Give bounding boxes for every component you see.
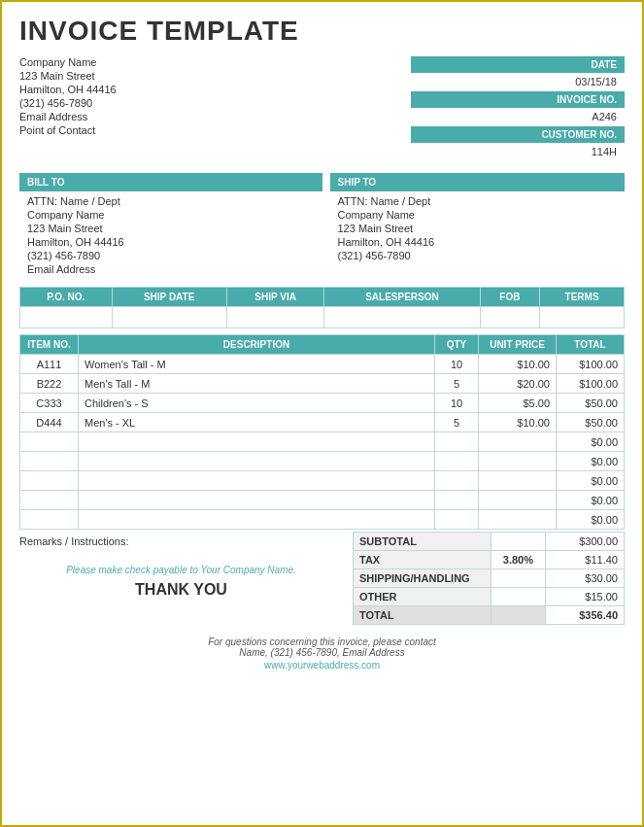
date-value: 03/15/18 (411, 74, 625, 91)
item-row: $0.00 (20, 510, 625, 530)
item-row: $0.00 (20, 432, 625, 452)
item-qty-cell (435, 491, 479, 510)
item-no-cell: B222 (20, 374, 79, 394)
item-row: $0.00 (20, 471, 625, 491)
bill-to-header: BILL TO (19, 173, 322, 191)
item-no-cell: C333 (20, 394, 79, 413)
fob-cell (480, 307, 540, 328)
item-unit-cell: $20.00 (479, 374, 557, 394)
item-qty-cell: 5 (435, 413, 479, 432)
subtotal-label: SUBTOTAL (354, 533, 491, 551)
ship-city: Hamilton, OH 44416 (338, 236, 618, 248)
po-no-header: P.O. NO. (20, 288, 113, 307)
item-unit-cell (479, 491, 557, 510)
ship-address: 123 Main Street (338, 223, 618, 234)
totals-col: SUBTOTAL $300.00 TAX 3.80% $11.40 SHIPPI… (353, 532, 625, 625)
item-no-cell (20, 452, 79, 471)
other-label: OTHER (354, 588, 491, 606)
item-desc-cell (79, 432, 435, 452)
bill-company: Company Name (27, 209, 315, 221)
item-no-cell (20, 432, 79, 452)
tax-value: $11.40 (545, 551, 624, 569)
company-email: Email Address (19, 111, 411, 122)
item-qty-cell (435, 452, 479, 471)
item-desc-cell (79, 452, 435, 471)
item-desc-cell: Men's Tall - M (79, 374, 435, 394)
item-qty-cell (435, 471, 479, 491)
bill-to-content: ATTN: Name / Dept Company Name 123 Main … (19, 191, 322, 281)
shipping-value: $30.00 (545, 569, 624, 588)
item-no-cell (20, 491, 79, 510)
item-total-cell: $50.00 (557, 394, 625, 413)
invoice-label: INVOICE NO. (411, 91, 625, 108)
footer-line2: Name, (321) 456-7890, Email Address (19, 647, 625, 658)
item-total-cell: $0.00 (557, 491, 625, 510)
po-no-cell (20, 307, 113, 328)
item-row: A111 Women's Tall - M 10 $10.00 $100.00 (20, 355, 625, 374)
ship-via-cell (226, 307, 324, 328)
company-address: 123 Main Street (19, 70, 411, 82)
item-unit-cell: $10.00 (479, 355, 557, 374)
item-qty-cell (435, 432, 479, 452)
item-qty-cell: 5 (435, 374, 479, 394)
footer-line1: For questions concerning this invoice, p… (19, 637, 625, 647)
ship-phone: (321) 456-7890 (338, 250, 618, 261)
item-total-cell: $0.00 (557, 432, 625, 452)
qty-header: QTY (435, 335, 479, 355)
salesperson-header: SALESPERSON (324, 288, 480, 307)
tax-label: TAX (354, 551, 491, 569)
subtotal-spacer (491, 533, 546, 551)
item-unit-cell (479, 452, 557, 471)
remarks-col: Remarks / Instructions: Please make chec… (19, 532, 353, 625)
item-no-header: ITEM NO. (20, 335, 79, 355)
total-row: TOTAL $356.40 (354, 606, 625, 625)
bill-city: Hamilton, OH 44416 (27, 236, 315, 248)
item-desc-cell (79, 491, 435, 510)
unit-price-header: UNIT PRICE (479, 335, 557, 355)
terms-header: TERMS (540, 288, 625, 307)
description-header: DESCRIPTION (79, 335, 435, 355)
bill-email: Email Address (27, 263, 315, 275)
item-desc-cell (79, 510, 435, 530)
ship-company: Company Name (338, 209, 618, 221)
item-total-cell: $0.00 (557, 452, 625, 471)
footer-website: www.yourwebaddress.com (19, 660, 625, 671)
item-row: $0.00 (20, 491, 625, 510)
item-qty-cell (435, 510, 479, 530)
item-total-cell: $100.00 (557, 374, 625, 394)
item-no-cell: D444 (20, 413, 79, 432)
item-qty-cell: 10 (435, 394, 479, 413)
items-header-row: ITEM NO. DESCRIPTION QTY UNIT PRICE TOTA… (20, 335, 625, 355)
payment-note: Please make check payable to Your Compan… (19, 565, 353, 575)
item-unit-cell (479, 432, 557, 452)
item-row: B222 Men's Tall - M 5 $20.00 $100.00 (20, 374, 625, 394)
invoice-title: INVOICE TEMPLATE (19, 16, 625, 47)
customer-label: CUSTOMER NO. (411, 126, 625, 143)
ship-to-header: SHIP TO (330, 173, 626, 191)
item-unit-cell (479, 510, 557, 530)
item-total-cell: $100.00 (557, 355, 625, 374)
total-header: TOTAL (557, 335, 625, 355)
subtotal-value: $300.00 (545, 533, 624, 551)
item-total-cell: $0.00 (557, 471, 625, 491)
items-table: ITEM NO. DESCRIPTION QTY UNIT PRICE TOTA… (19, 334, 625, 530)
ship-to-content: ATTN: Name / Dept Company Name 123 Main … (330, 191, 626, 267)
shipping-label: SHIPPING/HANDLING (354, 569, 491, 588)
tax-row: TAX 3.80% $11.40 (354, 551, 625, 569)
po-data-row (20, 307, 625, 328)
customer-value: 114H (411, 144, 625, 161)
item-row: C333 Children's - S 10 $5.00 $50.00 (20, 394, 625, 413)
po-header-row: P.O. NO. SHIP DATE SHIP VIA SALESPERSON … (20, 288, 625, 307)
other-spacer (491, 588, 546, 606)
total-label: TOTAL (354, 606, 491, 625)
item-unit-cell (479, 471, 557, 491)
company-info: Company Name 123 Main Street Hamilton, O… (19, 56, 411, 138)
item-total-cell: $50.00 (557, 413, 625, 432)
footer: For questions concerning this invoice, p… (19, 637, 625, 671)
tax-rate: 3.80% (491, 551, 546, 569)
invoice-value: A246 (411, 109, 625, 126)
item-unit-cell: $5.00 (479, 394, 557, 413)
salesperson-cell (324, 307, 480, 328)
item-row: $0.00 (20, 452, 625, 471)
item-row: D444 Men's - XL 5 $10.00 $50.00 (20, 413, 625, 432)
